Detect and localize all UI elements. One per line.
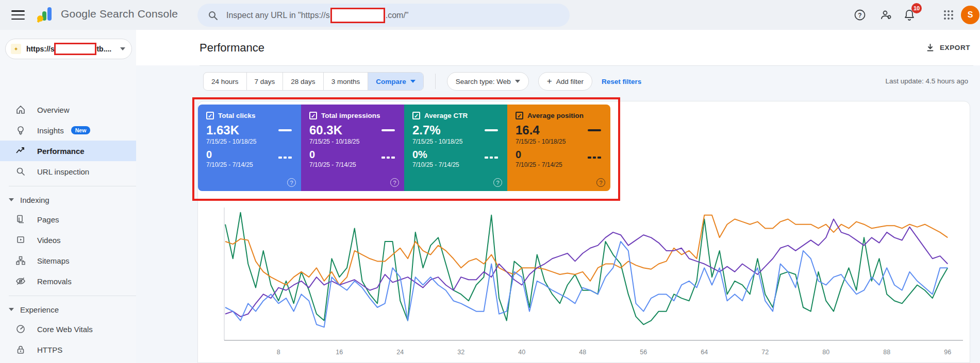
sitemap-icon [15,255,26,266]
help-icon[interactable]: ? [493,178,502,187]
metric-range-compare: 7/10/25 - 7/14/25 [516,161,602,168]
sidebar-item-pages[interactable]: Pages [0,209,136,230]
search-placeholder: Inspect any URL in "https://s.com/" [226,8,409,23]
x-tick-label: 40 [518,349,525,356]
section-experience[interactable]: Experience [0,300,136,319]
lightbulb-icon [15,125,26,135]
x-tick-label: 32 [457,349,464,356]
x-tick-label: 48 [579,349,586,356]
export-button[interactable]: EXPORT [926,43,970,52]
sidebar-item-url-inspection[interactable]: URL inspection [0,161,136,182]
magnifier-icon [15,166,26,177]
sidebar-item-performance[interactable]: Performance [0,141,136,161]
sidebar-item-sitemaps[interactable]: Sitemaps [0,250,136,271]
sidebar-item-insights[interactable]: Insights New [0,120,136,141]
reset-filters-link[interactable]: Reset filters [602,78,641,85]
help-icon[interactable]: ? [390,178,399,187]
x-tick-label: 16 [336,349,343,356]
chevron-down-icon [410,80,416,83]
account-avatar[interactable]: S [961,6,979,24]
pages-icon [15,214,26,224]
metric-range: 7/15/25 - 10/18/25 [516,138,602,145]
sidebar-item-core-web-vitals[interactable]: Core Web Vitals [0,319,136,339]
new-badge: New [71,126,91,134]
url-inspect-input[interactable]: Inspect any URL in "https://s.com/" [197,4,570,27]
checkbox-checked-icon[interactable]: ✓ [206,112,214,119]
metric-range-compare: 7/10/25 - 7/14/25 [412,161,499,168]
search-console-logo-icon [35,4,55,24]
range-24-hours-button[interactable]: 24 hours [204,73,247,90]
x-tick-label: 8 [277,349,280,356]
metric-range-compare: 7/10/25 - 7/14/25 [206,161,293,168]
redaction-box [330,8,385,23]
sidebar-item-videos[interactable]: Videos [0,230,136,250]
checkbox-checked-icon[interactable]: ✓ [516,112,523,119]
redaction-box [54,43,96,55]
chevron-down-icon [515,80,520,83]
user-settings-icon[interactable] [880,9,892,21]
x-tick-label: 88 [883,349,890,356]
x-tick-label: 56 [640,349,647,356]
help-icon[interactable]: ? [287,178,296,187]
download-icon [926,43,935,52]
metric-range: 7/15/25 - 10/18/25 [206,138,293,145]
dashed-line-indicator [485,157,498,159]
range-7-days-button[interactable]: 7 days [247,73,284,90]
metric-cards-row: ✓Total clicks 1.63K 7/15/25 - 10/18/25 0… [198,105,610,191]
apps-grid-icon[interactable] [942,9,955,21]
solid-line-indicator [485,129,498,131]
divider [9,296,136,296]
dashed-line-indicator [381,157,395,159]
divider [435,74,436,89]
metric-value-compare: 0 [309,149,396,160]
trending-up-icon [15,146,26,156]
property-selector[interactable]: ✦ https://stb.... [5,39,132,59]
metric-range: 7/15/25 - 10/18/25 [309,138,396,145]
dashed-line-indicator [278,157,292,159]
chevron-down-icon [120,47,125,50]
app-title: Google Search Console [61,8,178,20]
property-favicon: ✦ [11,44,21,54]
property-url: https://stb.... [26,43,111,55]
metric-card-average-position[interactable]: ✓Average position 16.4 7/15/25 - 10/18/2… [507,105,610,191]
checkbox-checked-icon[interactable]: ✓ [412,112,420,119]
sidebar-item-https[interactable]: HTTPS [0,339,136,360]
x-tick-label: 80 [822,349,829,356]
help-icon[interactable]: ? [596,178,605,187]
top-header: Google Search Console Inspect any URL in… [0,0,980,30]
divider [9,186,136,186]
last-update-text: Last update: 4.5 hours ago [885,77,968,85]
sidebar-item-removals[interactable]: Removals [0,271,136,291]
sidebar-item-overview[interactable]: Overview [0,99,136,120]
app-logo-group[interactable]: Google Search Console [35,4,178,24]
checkbox-checked-icon[interactable]: ✓ [309,112,317,119]
section-indexing[interactable]: Indexing [0,191,136,209]
hamburger-menu-icon[interactable] [11,9,25,21]
metric-card-total-impressions[interactable]: ✓Total impressions 60.3K 7/15/25 - 10/18… [301,105,404,191]
svg-text:?: ? [858,12,861,19]
metric-card-average-ctr[interactable]: ✓Average CTR 2.7% 7/15/25 - 10/18/25 0% … [404,105,507,191]
compare-button[interactable]: Compare [368,73,423,90]
x-tick-label: 64 [701,349,708,356]
plus-icon: + [547,76,552,87]
metric-range-compare: 7/10/25 - 7/14/25 [309,161,396,168]
solid-line-indicator [588,129,601,131]
help-icon[interactable]: ? [854,9,866,21]
dashed-line-indicator [588,157,601,159]
sidebar: ✦ https://stb.... Overview Insights New … [0,30,136,363]
x-tick-label: 72 [761,349,769,356]
add-filter-button[interactable]: + Add filter [538,72,592,91]
solid-line-indicator [381,129,395,131]
x-tick-label: 24 [396,349,404,356]
search-icon [208,10,218,21]
range-28-days-button[interactable]: 28 days [283,73,323,90]
lock-icon [15,344,26,355]
notification-count-badge: 10 [911,3,922,13]
google-search-console-screen: Google Search Console Inspect any URL in… [0,0,980,363]
metric-value-compare: 0 [516,149,602,160]
filter-bar: 24 hours 7 days 28 days 3 months Compare… [203,72,641,91]
range-3-months-button[interactable]: 3 months [324,73,369,90]
metric-card-total-clicks[interactable]: ✓Total clicks 1.63K 7/15/25 - 10/18/25 0… [198,105,301,191]
search-type-dropdown[interactable]: Search type: Web [447,72,529,91]
metric-value-compare: 0% [412,149,499,160]
